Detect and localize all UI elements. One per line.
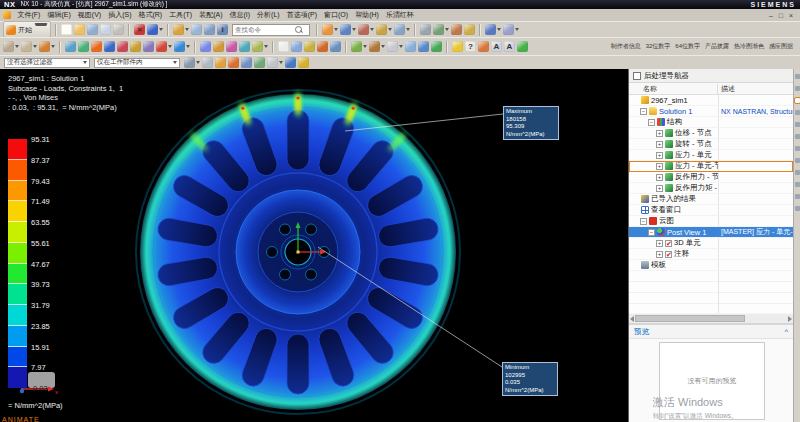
- explode-icon[interactable]: [433, 24, 444, 35]
- dropdown-caret-icon[interactable]: [497, 28, 501, 31]
- menu-item-6[interactable]: 装配(A): [196, 10, 226, 20]
- layout-grid-icon[interactable]: [291, 41, 302, 52]
- toolbar-text-button-1[interactable]: 32位数字: [646, 42, 671, 51]
- column-name[interactable]: 名称: [629, 84, 718, 94]
- dropdown-caret-icon[interactable]: [15, 45, 19, 48]
- annotation-a2-icon[interactable]: A: [504, 41, 515, 52]
- info-icon[interactable]: i: [217, 24, 228, 35]
- assembly-constraints-icon[interactable]: [451, 24, 462, 35]
- resource-tab-10[interactable]: [795, 194, 800, 199]
- menu-item-9[interactable]: 首选项(P): [283, 10, 320, 20]
- resource-tab-4[interactable]: [795, 122, 800, 127]
- layout-single-icon[interactable]: [278, 41, 289, 52]
- minimum-annotation[interactable]: Minimum 102995 0.035 N/mm^2(MPa): [502, 362, 558, 396]
- resource-tab-7[interactable]: [795, 158, 800, 163]
- command-search-input[interactable]: [235, 26, 293, 33]
- selection-scope-combo[interactable]: 仅在工作部件内: [94, 58, 180, 68]
- material-brush-icon[interactable]: [358, 24, 369, 35]
- refresh-icon[interactable]: [317, 41, 328, 52]
- resource-tab-0[interactable]: [795, 74, 800, 79]
- dropdown-caret-icon[interactable]: [363, 45, 367, 48]
- tree-row-12[interactable]: −Post View 1[MASTER] 应力 - 单元-节点, 296: [629, 227, 793, 238]
- column-description[interactable]: 描述: [718, 84, 735, 94]
- tree-row-11[interactable]: −云图: [629, 216, 793, 227]
- resource-tab-9[interactable]: [795, 182, 800, 187]
- scroll-left-icon[interactable]: [630, 316, 634, 322]
- delete-icon[interactable]: ×: [134, 24, 145, 35]
- open-file-icon[interactable]: [74, 24, 85, 35]
- start-menu-button[interactable]: 开始: [3, 21, 51, 38]
- tree-row-4[interactable]: +旋转 - 节点: [629, 139, 793, 150]
- dropdown-caret-icon[interactable]: [381, 45, 385, 48]
- tree-row-1[interactable]: −Solution 1NX NASTRAN, Structural: [629, 106, 793, 117]
- resource-tab-1[interactable]: [795, 86, 800, 91]
- report-icon[interactable]: [252, 41, 263, 52]
- dropdown-caret-icon[interactable]: [445, 28, 449, 31]
- collapse-icon[interactable]: −: [640, 108, 647, 115]
- tree-row-0[interactable]: 2967_sim1: [629, 95, 793, 106]
- tree-row-8[interactable]: +反作用力矩 - 节点: [629, 183, 793, 194]
- wrench-icon[interactable]: [173, 24, 184, 35]
- collapse-caret-icon[interactable]: ^: [784, 327, 788, 336]
- annotation-a-icon[interactable]: A: [491, 41, 502, 52]
- expand-icon[interactable]: +: [656, 185, 663, 192]
- mesh-3d-icon[interactable]: [104, 41, 115, 52]
- graph-icon[interactable]: [351, 41, 362, 52]
- expand-icon[interactable]: +: [656, 152, 663, 159]
- displayed-part-icon[interactable]: [420, 24, 431, 35]
- resource-tab-11[interactable]: [795, 206, 800, 211]
- tree-row-3[interactable]: +位移 - 节点: [629, 128, 793, 139]
- show-hide-icon[interactable]: [394, 24, 405, 35]
- find-component-icon[interactable]: [464, 24, 475, 35]
- mesh-2d-icon[interactable]: [117, 41, 128, 52]
- pan-view-icon[interactable]: [241, 57, 252, 68]
- collapse-icon[interactable]: −: [640, 218, 647, 225]
- resource-tab-5[interactable]: [795, 134, 800, 139]
- resource-tab-8[interactable]: [795, 170, 800, 175]
- help-icon[interactable]: ?: [465, 41, 476, 52]
- resource-tab-3[interactable]: [795, 110, 800, 115]
- toolbar-text-button-5[interactable]: 感应图据: [769, 42, 793, 51]
- dropdown-caret-icon[interactable]: [186, 45, 190, 48]
- solve-icon[interactable]: [200, 41, 211, 52]
- animation-icon[interactable]: [478, 41, 489, 52]
- tree-row-6[interactable]: +应力 - 单元-节点: [629, 161, 793, 172]
- dropdown-caret-icon[interactable]: [196, 61, 200, 64]
- menu-item-3[interactable]: 插入(S): [105, 10, 135, 20]
- constraint-type-icon[interactable]: [156, 41, 167, 52]
- menu-item-11[interactable]: 帮助(H): [352, 10, 383, 20]
- scrollbar-thumb[interactable]: [635, 315, 745, 322]
- zoom-view-icon[interactable]: [254, 57, 265, 68]
- tree-row-9[interactable]: 已导入的结果: [629, 194, 793, 205]
- material-sphere-icon[interactable]: [298, 57, 309, 68]
- mesh-1d-icon[interactable]: [130, 41, 141, 52]
- rotate-view-icon[interactable]: [228, 57, 239, 68]
- new-chart-icon[interactable]: [452, 41, 463, 52]
- analysis-job-monitor-icon[interactable]: [213, 41, 224, 52]
- collapse-icon[interactable]: −: [648, 119, 655, 126]
- dropdown-caret-icon[interactable]: [334, 28, 338, 31]
- graphics-viewport[interactable]: 2967_sim1 : Solution 1Subcase - Loads, C…: [0, 69, 628, 422]
- sim-file-icon[interactable]: [21, 41, 32, 52]
- mesh-collector-icon[interactable]: [91, 41, 102, 52]
- toolbar-text-button-3[interactable]: 产品披露: [705, 42, 729, 51]
- dropdown-caret-icon[interactable]: [515, 28, 519, 31]
- highlight-edit-icon[interactable]: [215, 57, 226, 68]
- expand-icon[interactable]: +: [656, 141, 663, 148]
- result-probe-icon[interactable]: [239, 41, 250, 52]
- undo-icon[interactable]: [147, 24, 158, 35]
- menu-item-2[interactable]: 视图(V): [74, 10, 104, 20]
- selection-filter-combo[interactable]: 没有选择过滤器: [4, 58, 90, 68]
- window-layout-icon[interactable]: [322, 24, 333, 35]
- window-controls[interactable]: – □ ×: [769, 12, 798, 19]
- menu-item-12[interactable]: 乐清红杯: [382, 10, 417, 20]
- command-finder[interactable]: [232, 24, 310, 36]
- edit-post-view-icon[interactable]: [418, 41, 429, 52]
- smooth-plot-icon[interactable]: [431, 41, 442, 52]
- material-properties-icon[interactable]: [65, 41, 76, 52]
- snap-point-icon[interactable]: [184, 57, 195, 68]
- maximum-annotation[interactable]: Maximum 180158 95.309 N/mm^2(MPa): [503, 106, 559, 140]
- toolbar-text-button-4[interactable]: 热冷图渐色: [734, 42, 764, 51]
- resource-tab-2[interactable]: [795, 98, 800, 103]
- measure-icon[interactable]: [485, 24, 496, 35]
